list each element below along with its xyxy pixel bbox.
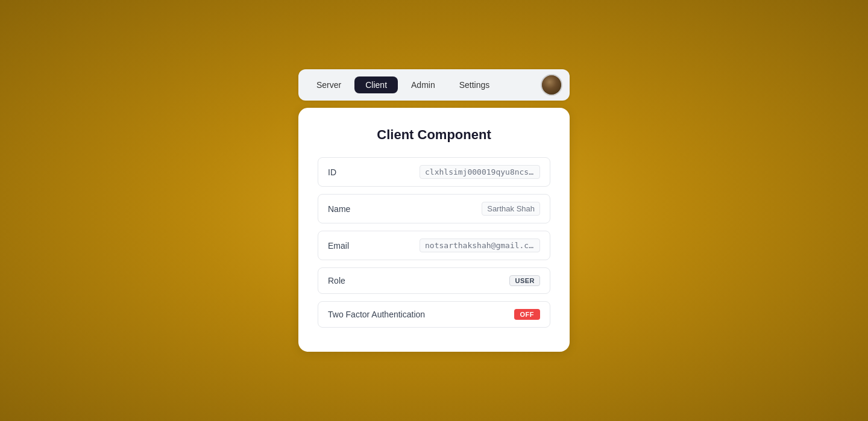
field-label-name: Name bbox=[328, 204, 350, 214]
field-value-email: notsarthakshah@gmail.c... bbox=[420, 239, 540, 252]
avatar-image bbox=[542, 75, 561, 95]
field-row-role: Role USER bbox=[318, 267, 550, 294]
nav-bar: Server Client Admin Settings bbox=[298, 69, 570, 101]
field-value-name: Sarthak Shah bbox=[482, 202, 540, 216]
tfa-badge[interactable]: OFF bbox=[514, 309, 541, 320]
tab-admin[interactable]: Admin bbox=[400, 76, 446, 93]
field-row-email: Email notsarthakshah@gmail.c... bbox=[318, 231, 550, 260]
nav-tabs: Server Client Admin Settings bbox=[306, 76, 500, 93]
field-label-role: Role bbox=[328, 276, 345, 285]
tab-server[interactable]: Server bbox=[306, 76, 352, 93]
field-value-id: clxhlsimj000019qyu8ncs... bbox=[420, 165, 540, 179]
main-container: Server Client Admin Settings Client Comp… bbox=[298, 69, 570, 352]
content-card: Client Component ID clxhlsimj000019qyu8n… bbox=[298, 108, 570, 352]
field-row-tfa: Two Factor Authentication OFF bbox=[318, 301, 550, 328]
field-row-name: Name Sarthak Shah bbox=[318, 194, 550, 223]
field-label-id: ID bbox=[328, 167, 336, 177]
field-label-email: Email bbox=[328, 241, 349, 251]
role-badge: USER bbox=[509, 275, 540, 286]
avatar[interactable] bbox=[541, 74, 562, 96]
field-row-id: ID clxhlsimj000019qyu8ncs... bbox=[318, 157, 550, 187]
card-title: Client Component bbox=[318, 127, 550, 143]
field-label-tfa: Two Factor Authentication bbox=[328, 310, 425, 319]
tab-client[interactable]: Client bbox=[354, 76, 398, 93]
tab-settings[interactable]: Settings bbox=[448, 76, 501, 93]
